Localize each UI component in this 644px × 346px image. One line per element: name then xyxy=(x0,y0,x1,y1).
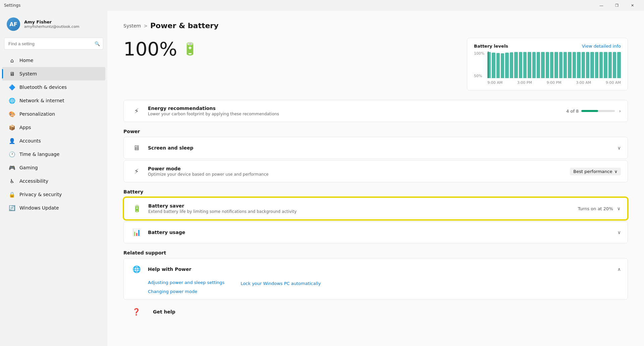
battery-saver-title: Battery saver xyxy=(148,203,578,209)
battery-section-label: Battery xyxy=(123,189,628,194)
power-mode-text: Power mode Optimize your device based on… xyxy=(148,166,570,177)
chart-bar xyxy=(613,52,616,78)
breadcrumb-parent[interactable]: System xyxy=(123,23,141,28)
chart-bar xyxy=(505,53,508,78)
help-link-1[interactable]: Adjusting power and sleep settings xyxy=(148,280,224,285)
help-power-text: Help with Power xyxy=(148,267,618,272)
help-link-3[interactable]: Changing power mode xyxy=(148,289,224,294)
chart-bar xyxy=(586,52,589,78)
restore-button[interactable]: ❐ xyxy=(609,0,625,11)
main-content: System > Power & battery 100% 🔋 Battery … xyxy=(107,11,644,346)
network-icon: 🌐 xyxy=(9,97,15,104)
chart-x-axis: 9:00 AM3:00 PM9:00 PM3:00 AM9:00 AM xyxy=(487,80,621,85)
time-icon: 🕐 xyxy=(9,151,15,158)
sidebar-item-label: Personalization xyxy=(19,111,55,117)
y-label-top: 100% xyxy=(474,51,486,56)
chart-title: Battery levels xyxy=(474,44,508,49)
sidebar-item-label: System xyxy=(19,71,37,76)
chart-bar xyxy=(523,52,527,78)
breadcrumb-separator: > xyxy=(144,23,148,28)
chart-needle xyxy=(488,51,488,78)
energy-right: 4 of 8 › xyxy=(566,108,621,114)
search-input[interactable] xyxy=(4,38,103,50)
sidebar-item-label: Network & internet xyxy=(19,98,64,103)
chart-bar xyxy=(550,52,553,78)
sidebar-item-label: Accessibility xyxy=(19,178,48,184)
close-button[interactable]: ✕ xyxy=(625,0,640,11)
battery-saver-card[interactable]: 🔋 Battery saver Extend battery life by l… xyxy=(123,197,628,220)
minimize-button[interactable]: — xyxy=(594,0,609,11)
breadcrumb-current: Power & battery xyxy=(150,21,219,30)
breadcrumb: System > Power & battery xyxy=(123,21,628,30)
chart-bar xyxy=(532,52,536,78)
sidebar-item-label: Bluetooth & devices xyxy=(19,84,67,90)
chart-bar xyxy=(514,52,518,78)
screen-sleep-row[interactable]: 🖥 Screen and sleep ∨ xyxy=(124,137,628,159)
battery-saver-subtitle: Extend battery life by limiting some not… xyxy=(148,209,578,214)
energy-icon: ⚡ xyxy=(130,105,143,117)
sidebar-item-label: Apps xyxy=(19,125,31,130)
chart-bar xyxy=(564,52,567,78)
sidebar-item-apps[interactable]: 📦 Apps xyxy=(2,121,105,134)
help-links: Adjusting power and sleep settings Chang… xyxy=(148,280,621,294)
battery-saver-right: Turns on at 20% ∨ xyxy=(578,206,621,211)
help-power-row[interactable]: 🌐 Help with Power ∧ xyxy=(124,258,628,280)
battery-saver-icon: 🔋 xyxy=(131,203,143,215)
x-label: 9:00 PM xyxy=(546,80,561,85)
battery-usage-title: Battery usage xyxy=(148,230,618,235)
chart-bar xyxy=(546,52,549,78)
sidebar-item-system[interactable]: 🖥 System xyxy=(2,67,105,80)
sidebar-item-bluetooth[interactable]: 🔷 Bluetooth & devices xyxy=(2,80,105,94)
chart-bar xyxy=(590,52,594,78)
energy-recommendations-row[interactable]: ⚡ Energy recommendations Lower your carb… xyxy=(124,100,628,122)
percentage-value: 100% xyxy=(123,38,177,60)
system-icon: 🖥 xyxy=(9,70,15,77)
help-expanded: Adjusting power and sleep settings Chang… xyxy=(124,280,628,299)
chart-bar xyxy=(510,52,513,78)
screen-sleep-card[interactable]: 🖥 Screen and sleep ∨ xyxy=(123,137,628,159)
power-mode-row[interactable]: ⚡ Power mode Optimize your device based … xyxy=(124,161,628,182)
chart-bar xyxy=(559,52,562,78)
sidebar-item-time[interactable]: 🕐 Time & language xyxy=(2,148,105,161)
battery-usage-row[interactable]: 📊 Battery usage ∨ xyxy=(124,222,628,243)
sidebar-item-label: Privacy & security xyxy=(19,192,62,197)
help-power-title: Help with Power xyxy=(148,267,618,272)
settings-title: Settings xyxy=(4,3,20,8)
get-help-row[interactable]: ❓ Get help xyxy=(123,301,628,323)
titlebar: Settings — ❐ ✕ xyxy=(0,0,644,11)
sidebar-item-network[interactable]: 🌐 Network & internet xyxy=(2,94,105,107)
power-mode-dropdown[interactable]: Best performance ∨ xyxy=(570,168,621,175)
x-label: 9:00 AM xyxy=(487,80,502,85)
chart-bar xyxy=(537,52,540,78)
chart-y-labels: 100% 50% xyxy=(474,51,486,78)
search-box: 🔍 xyxy=(4,38,103,50)
sidebar-item-accounts[interactable]: 👤 Accounts xyxy=(2,134,105,148)
help-link-2[interactable]: Lock your Windows PC automatically xyxy=(240,281,321,286)
energy-chevron: › xyxy=(619,108,621,114)
battery-usage-card[interactable]: 📊 Battery usage ∨ xyxy=(123,221,628,243)
battery-saver-chevron: ∨ xyxy=(617,206,621,211)
get-help-icon: ❓ xyxy=(130,306,142,318)
sidebar-item-privacy[interactable]: 🔒 Privacy & security xyxy=(2,188,105,201)
sidebar-item-personalization[interactable]: 🎨 Personalization xyxy=(2,107,105,121)
chart-detail-link[interactable]: View detailed info xyxy=(582,44,621,49)
sidebar-item-gaming[interactable]: 🎮 Gaming xyxy=(2,161,105,174)
update-icon: 🔄 xyxy=(9,205,15,211)
user-profile[interactable]: AF Amy Fisher amyfisherhuntz@outlook.com xyxy=(0,13,107,38)
power-mode-card[interactable]: ⚡ Power mode Optimize your device based … xyxy=(123,160,628,182)
chart-bar xyxy=(541,52,544,78)
screen-sleep-icon: 🖥 xyxy=(130,142,143,154)
battery-saver-text: Battery saver Extend battery life by lim… xyxy=(148,203,578,214)
chart-bar xyxy=(554,52,558,78)
sidebar-item-home[interactable]: ⌂ Home xyxy=(2,54,105,67)
home-icon: ⌂ xyxy=(9,57,15,64)
help-power-card[interactable]: 🌐 Help with Power ∧ Adjusting power and … xyxy=(123,258,628,300)
x-label: 3:00 PM xyxy=(517,80,532,85)
x-label: 9:00 AM xyxy=(606,80,621,85)
chart-bar xyxy=(577,52,580,78)
power-mode-title: Power mode xyxy=(148,166,570,171)
sidebar-item-update[interactable]: 🔄 Windows Update xyxy=(2,201,105,215)
battery-saver-row[interactable]: 🔋 Battery saver Extend battery life by l… xyxy=(124,198,627,219)
energy-recommendations-card[interactable]: ⚡ Energy recommendations Lower your carb… xyxy=(123,100,628,122)
sidebar-item-accessibility[interactable]: ♿ Accessibility xyxy=(2,174,105,188)
